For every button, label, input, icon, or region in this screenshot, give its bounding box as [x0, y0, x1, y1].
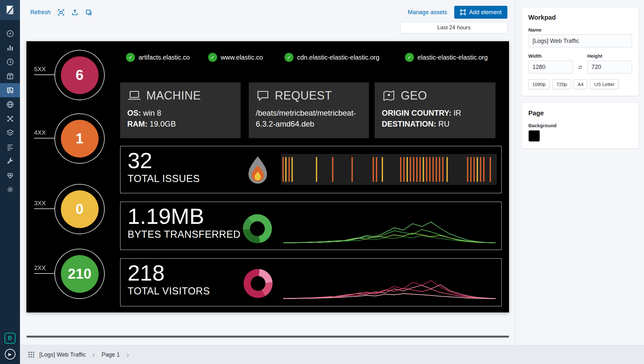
total-issues-row[interactable]: 32 TOTAL ISSUES	[120, 146, 502, 193]
metric-label: TOTAL VISITORS	[128, 285, 210, 297]
gauge-label-4xx: 4XX	[34, 129, 55, 139]
height-field: Height	[587, 47, 632, 73]
workpad-settings-panel: Workpad Name Width Height	[515, 0, 644, 345]
nav-management[interactable]	[0, 182, 20, 196]
panel-title: Page	[528, 110, 632, 117]
gauge-tick-line	[34, 208, 55, 209]
bytes-transferred-row[interactable]: 1.19MB BYTES TRANSFERRED	[120, 202, 502, 250]
bytes-line-chart-box[interactable]	[283, 212, 496, 244]
gauge-label-3xx: 3XX	[34, 200, 55, 209]
comment-icon	[256, 90, 270, 102]
manage-assets-button[interactable]: Manage assets	[408, 9, 447, 16]
play-button[interactable]: ▶	[5, 349, 15, 359]
bar-chart-icon	[6, 44, 14, 52]
issues-timeline-panel[interactable]	[281, 154, 497, 185]
check-icon: ✓	[405, 53, 414, 62]
swap-dimensions-button[interactable]	[573, 64, 587, 73]
workpad-manager-grid-icon[interactable]	[28, 352, 34, 358]
workpad-name-input[interactable]	[528, 34, 632, 47]
card-body: ORIGIN COUNTRY: IR DESTINATION: RU	[382, 108, 488, 129]
add-element-button[interactable]: Add element	[454, 6, 507, 19]
fullscreen-icon[interactable]	[58, 9, 64, 16]
width-label: Width	[528, 53, 573, 59]
request-card[interactable]: REQUEST /beats/metricbeat/metricbeat-6.3…	[249, 82, 369, 138]
dimensions-row: Width Height	[528, 47, 632, 73]
bytes-donut-chart[interactable]	[243, 214, 272, 243]
space-badge[interactable]: D	[5, 333, 15, 344]
background-color-swatch[interactable]	[528, 130, 540, 142]
check-icon: ✓	[126, 53, 135, 62]
clone-icon[interactable]	[85, 9, 92, 16]
nav-visualize[interactable]	[0, 41, 20, 55]
globe-icon	[6, 101, 14, 109]
metric-value: 218	[128, 261, 210, 285]
geo-card[interactable]: GEO ORIGIN COUNTRY: IR DESTINATION: RU	[375, 82, 495, 138]
visitors-donut-chart[interactable]	[244, 269, 273, 298]
preset-1080p-button[interactable]: 1080p	[528, 79, 550, 89]
nav-dev-tools[interactable]	[0, 154, 20, 168]
gauge-2xx[interactable]: 210	[54, 249, 105, 299]
endpoint-status[interactable]: ✓elastic-elastic-elastic.org	[405, 53, 488, 62]
time-filter-button[interactable]: Last 24 hours	[400, 22, 507, 34]
sidebar-nav	[0, 26, 20, 196]
card-body: OS: win 8 RAM: 19.0GB	[127, 108, 234, 129]
refresh-button[interactable]: Refresh	[30, 9, 51, 16]
card-title: MACHINE	[127, 89, 234, 102]
time-filter-row: Last 24 hours	[400, 22, 507, 34]
endpoint-status[interactable]: ✓www.elastic.co	[208, 53, 263, 62]
toolbar-left: Refresh	[30, 9, 92, 16]
workpad-page[interactable]: 5XX 6 4XX 1 3XX 0 2XX 210 ✓artifacts.ela…	[26, 41, 509, 312]
content-column: Refresh Manage assets Add element	[20, 0, 644, 364]
page-indicator: Page 1	[101, 351, 120, 358]
card-body: /beats/metricbeat/metricbeat-6.3.2-amd64…	[256, 108, 362, 129]
previous-page-button[interactable]: ‹	[91, 350, 96, 359]
gauge-fill-4xx: 1	[61, 120, 99, 158]
donut-hole	[251, 276, 265, 291]
preset-us-letter-button[interactable]: US Letter	[590, 79, 618, 89]
card-title: GEO	[382, 89, 488, 102]
nav-discover[interactable]	[0, 26, 20, 41]
metric-block: 218 TOTAL VISITORS	[128, 261, 210, 297]
flame-gauge-icon	[243, 155, 273, 185]
ml-nodes-icon	[6, 115, 14, 123]
nav-apm[interactable]	[0, 69, 20, 83]
nav-infrastructure[interactable]	[0, 126, 20, 140]
wrench-icon	[6, 157, 14, 165]
visitors-line-chart-box[interactable]	[283, 267, 496, 300]
preset-720p-button[interactable]: 720p	[553, 79, 571, 89]
check-icon: ✓	[208, 53, 217, 62]
next-page-button[interactable]: ›	[125, 350, 130, 359]
gauge-label-2xx: 2XX	[34, 264, 55, 274]
layers-icon	[6, 129, 14, 137]
total-visitors-row[interactable]: 218 TOTAL VISITORS	[120, 258, 502, 306]
metric-value: 32	[128, 149, 200, 173]
metric-value: 1.19MB	[128, 205, 241, 229]
nav-maps[interactable]	[0, 97, 20, 111]
metric-block: 1.19MB BYTES TRANSFERRED	[128, 205, 241, 240]
heartbeat-icon	[6, 171, 14, 179]
nav-monitoring[interactable]	[0, 168, 20, 182]
width-field: Width	[528, 47, 573, 73]
nav-uptime[interactable]	[0, 55, 20, 69]
metric-label: TOTAL ISSUES	[128, 173, 200, 185]
kibana-logo[interactable]	[0, 0, 20, 20]
gauge-tick-line	[34, 138, 55, 139]
gauge-5xx[interactable]: 6	[54, 50, 105, 100]
metric-label: BYTES TRANSFERRED	[128, 229, 241, 240]
preset-a4-button[interactable]: A4	[574, 79, 587, 89]
gauge-4xx[interactable]: 1	[54, 113, 105, 164]
machine-card[interactable]: MACHINE OS: win 8 RAM: 19.0GB	[120, 82, 241, 138]
gauge-tick-line	[34, 273, 55, 274]
nav-canvas[interactable]	[0, 83, 20, 97]
nav-logs[interactable]	[0, 140, 20, 154]
gauge-label-5xx: 5XX	[34, 66, 55, 75]
width-input[interactable]	[528, 61, 573, 73]
gauge-3xx[interactable]: 0	[54, 184, 105, 234]
nav-machine-learning[interactable]	[0, 111, 20, 126]
height-input[interactable]	[587, 61, 632, 73]
endpoint-status[interactable]: ✓artifacts.elastic.co	[126, 53, 190, 62]
export-icon[interactable]	[72, 9, 78, 16]
page-manager-bar: [Logs] Web Traffic ‹ Page 1 ›	[20, 345, 644, 364]
endpoint-status[interactable]: ✓cdn.elastic-elastic-elastic.org	[284, 53, 380, 62]
horizontal-scrollbar[interactable]	[26, 336, 509, 338]
